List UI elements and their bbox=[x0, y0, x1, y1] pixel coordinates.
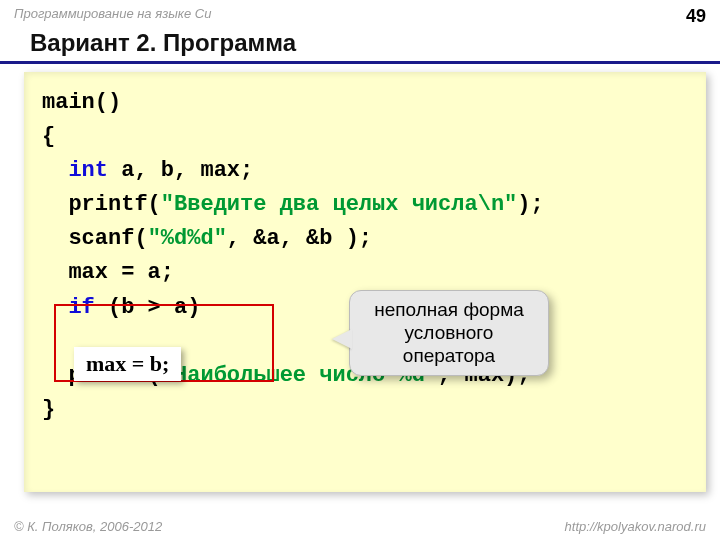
header-bar: Программирование на языке Си 49 bbox=[0, 0, 720, 29]
code-line: { bbox=[42, 124, 55, 149]
footer-bar: © К. Поляков, 2006-2012 http://kpolyakov… bbox=[0, 519, 720, 534]
site-url-label: http://kpolyakov.narod.ru bbox=[565, 519, 706, 534]
callout-note: неполная форма условного оператора bbox=[349, 290, 549, 376]
course-label: Программирование на языке Си bbox=[14, 6, 211, 27]
code-line: printf("Введите два целых числа\n"); bbox=[42, 192, 544, 217]
page-number: 49 bbox=[686, 6, 706, 27]
keyword-if: if bbox=[68, 295, 94, 320]
code-line: if (b > a) bbox=[42, 295, 200, 320]
code-panel: main() { int a, b, max; printf("Введите … bbox=[24, 72, 706, 492]
string-literal: "Введите два целых числа\n" bbox=[161, 192, 517, 217]
assignment-chip: max = b; bbox=[74, 347, 181, 381]
copyright-label: © К. Поляков, 2006-2012 bbox=[14, 519, 162, 534]
string-literal: "%d%d" bbox=[148, 226, 227, 251]
code-line: } bbox=[42, 397, 55, 422]
code-line-blank bbox=[42, 329, 55, 354]
keyword-int: int bbox=[68, 158, 108, 183]
slide-title: Вариант 2. Программа bbox=[0, 29, 720, 64]
code-line: int a, b, max; bbox=[42, 158, 253, 183]
code-line: main() bbox=[42, 90, 121, 115]
code-line: max = a; bbox=[42, 260, 174, 285]
code-line: scanf("%d%d", &a, &b ); bbox=[42, 226, 372, 251]
